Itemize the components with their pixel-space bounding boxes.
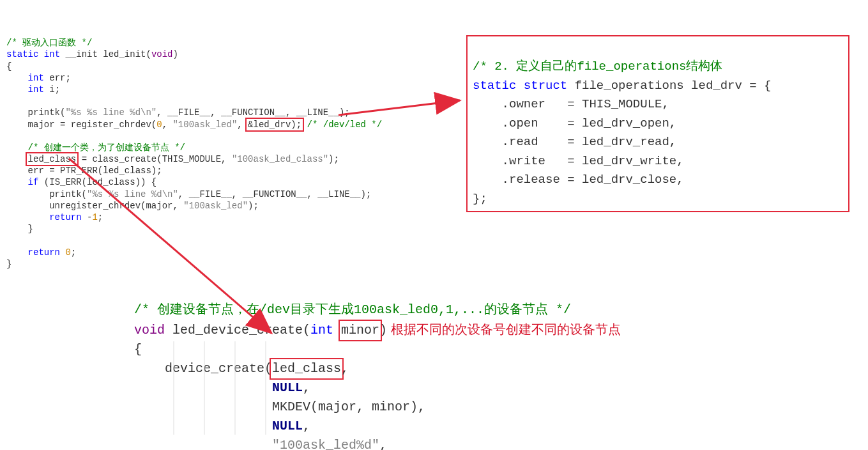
kw-return: return xyxy=(28,247,60,258)
text: err; xyxy=(44,73,71,83)
comment: /* 创建设备节点，在/dev目录下生成100ask_led0,1,...的设备… xyxy=(134,302,571,317)
text: printk( xyxy=(6,189,87,199)
code-block-led-init: /* 驱动入口函数 */ static int __init led_init(… xyxy=(6,26,382,270)
text: (IS_ERR(led_class)) { xyxy=(38,177,156,187)
text: , __FILE__, __FUNCTION__, __LINE__); xyxy=(156,107,349,118)
text: file_operations led_drv = { xyxy=(567,79,771,93)
text: err = PTR_ERR(led_class); xyxy=(6,166,162,176)
comment: /* 创建一个类，为了创建设备节点 */ xyxy=(28,143,185,153)
string: "100ask_led" xyxy=(172,120,237,130)
text: , xyxy=(303,419,310,433)
string: "%s %s line %d\n" xyxy=(65,107,156,118)
text: MKDEV(major, minor), xyxy=(134,400,425,414)
text: , xyxy=(162,120,173,130)
annotation-note: 根据不同的次设备号创建不同的设备节点 xyxy=(387,322,621,336)
highlight-minor: minor xyxy=(339,320,382,341)
comment: /* 驱动入口函数 */ xyxy=(6,38,92,48)
text: = class_create(THIS_MODULE, xyxy=(76,154,232,164)
brace-open: { xyxy=(134,342,142,357)
brace-close: } xyxy=(6,259,11,269)
kw-void: void xyxy=(151,49,173,59)
kw-return: return xyxy=(49,212,81,222)
text: .open = led_drv_open, xyxy=(473,116,676,130)
num: 1 xyxy=(92,212,97,222)
text: ; xyxy=(98,212,103,222)
text: major = register_chrdev( xyxy=(6,120,156,130)
text: }; xyxy=(473,192,487,206)
text: device_create( xyxy=(134,361,272,376)
text: , xyxy=(303,380,310,395)
text: i; xyxy=(44,84,60,95)
kw-int: int xyxy=(28,73,44,83)
text: .write = led_drv_write, xyxy=(473,154,684,168)
brace-close: } xyxy=(6,224,33,234)
highlight-led-drv: &led_drv); xyxy=(245,118,304,132)
kw-if: if xyxy=(28,177,39,187)
string: "%s %s line %d\n" xyxy=(87,189,178,199)
kw-null: NULL xyxy=(272,380,303,395)
text: .owner = THIS_MODULE, xyxy=(473,97,669,111)
text: ; xyxy=(71,247,76,258)
kw-null: NULL xyxy=(272,419,303,433)
string: "100ask_led_class" xyxy=(232,154,328,164)
kw-int: int xyxy=(28,84,44,95)
kw-int: int xyxy=(310,323,333,338)
text: , xyxy=(379,438,387,450)
code-block-device-create: /* 创建设备节点，在/dev目录下生成100ask_led0,1,...的设备… xyxy=(134,281,621,450)
comment: /* 2. 定义自己的file_operations结构体 xyxy=(473,59,722,74)
kw-void: void xyxy=(134,323,165,338)
text: ); xyxy=(248,201,259,211)
highlight-led-class-2: led_class xyxy=(270,358,344,380)
kw-static: static xyxy=(473,79,516,93)
text: ) xyxy=(379,323,387,338)
comment: /* /dev/led */ xyxy=(301,120,382,130)
string: "100ask_led" xyxy=(183,201,248,211)
num: 0 xyxy=(156,120,162,130)
text: ); xyxy=(328,154,339,164)
brace-open: { xyxy=(6,61,11,72)
kw-struct: struct xyxy=(524,79,567,93)
text: __init led_init( xyxy=(60,49,151,59)
text: .read = led_drv_read, xyxy=(473,135,676,149)
text: ) xyxy=(172,49,178,59)
num: 0 xyxy=(65,247,70,258)
text: , __FILE__, __FUNCTION__, __LINE__); xyxy=(178,189,371,199)
code-block-file-operations: /* 2. 定义自己的file_operations结构体 static str… xyxy=(466,35,849,212)
string: "100ask_led%d" xyxy=(272,438,379,450)
text: , xyxy=(341,361,349,376)
text: led_device_create( xyxy=(165,323,310,338)
kw-static: static xyxy=(6,49,38,59)
text: unregister_chrdev(major, xyxy=(6,201,183,211)
highlight-led-class: led_class xyxy=(26,152,79,166)
text: .release = led_drv_close, xyxy=(473,173,684,187)
text: - xyxy=(82,212,93,222)
kw-int: int xyxy=(44,49,60,59)
text: printk( xyxy=(6,107,65,118)
